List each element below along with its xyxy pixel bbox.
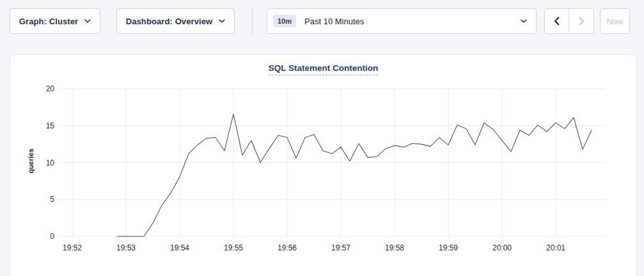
chart-card: SQL Statement Contention queries 0510152… (10, 54, 637, 276)
graph-dropdown[interactable]: Graph: Cluster (10, 8, 100, 34)
x-tick-label: 20:00 (492, 243, 512, 252)
x-tick-label: 19:55 (224, 243, 243, 252)
y-tick-label: 15 (46, 121, 55, 130)
y-tick-label: 0 (50, 232, 54, 241)
chevron-down-icon (521, 19, 527, 23)
x-tick-label: 19:56 (278, 243, 297, 252)
now-button-label: Now (606, 17, 623, 26)
series-line-queries (117, 114, 592, 236)
x-tick-label: 19:58 (385, 243, 404, 252)
x-tick-label: 19:54 (170, 243, 189, 252)
step-back-button[interactable] (545, 9, 569, 33)
time-window-label: Past 10 Minutes (304, 17, 521, 26)
x-tick-label: 19:59 (439, 243, 458, 252)
now-button[interactable]: Now (600, 8, 630, 34)
toolbar-divider (252, 8, 253, 34)
chevron-down-icon (84, 19, 91, 23)
x-tick-label: 20:01 (546, 243, 565, 252)
time-range-selector[interactable]: 10m Past 10 Minutes (267, 8, 537, 34)
y-tick-label: 10 (46, 158, 55, 167)
time-window-badge: 10m (273, 15, 296, 27)
y-tick-label: 20 (46, 84, 55, 93)
step-forward-button[interactable] (569, 9, 593, 33)
y-tick-label: 5 (50, 195, 54, 204)
dashboard-dropdown[interactable]: Dashboard: Overview (116, 8, 235, 34)
x-tick-label: 19:57 (331, 243, 350, 252)
chevron-right-icon (579, 17, 585, 26)
x-tick-label: 19:52 (63, 243, 82, 252)
line-chart: 0510152019:5219:5319:5419:5519:5619:5719… (10, 55, 638, 266)
chevron-left-icon (554, 17, 560, 26)
x-tick-label: 19:53 (116, 243, 136, 252)
dashboard-dropdown-label: Dashboard: Overview (126, 17, 213, 26)
graph-dropdown-label: Graph: Cluster (19, 17, 78, 26)
time-step-buttons (544, 8, 594, 34)
chevron-down-icon (219, 19, 225, 23)
